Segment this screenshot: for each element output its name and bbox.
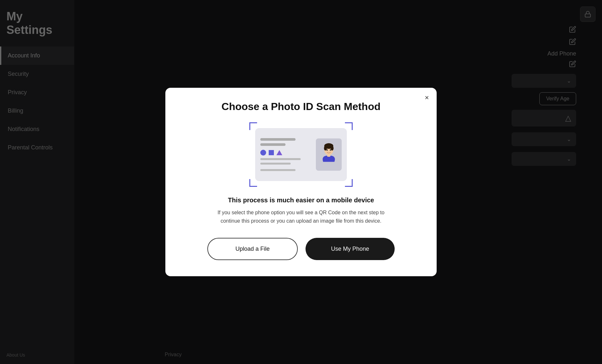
scan-corner-tr	[345, 122, 353, 130]
svg-point-6	[330, 149, 331, 150]
id-shapes	[260, 150, 311, 156]
shape-square	[269, 150, 274, 155]
id-line-4	[260, 163, 291, 165]
id-line-1	[260, 138, 296, 141]
modal-title: Choose a Photo ID Scan Method	[222, 101, 380, 113]
id-photo	[316, 138, 342, 171]
modal-subtitle: This process is much easier on a mobile …	[228, 197, 374, 204]
modal-buttons: Upload a File Use My Phone	[207, 238, 395, 260]
id-person-svg	[317, 142, 340, 171]
photo-id-modal: × Choose a Photo ID Scan Method	[165, 88, 437, 276]
id-card-body	[255, 128, 347, 181]
modal-overlay: × Choose a Photo ID Scan Method	[0, 0, 602, 364]
scan-corner-tl	[249, 122, 257, 130]
svg-rect-7	[327, 155, 330, 157]
upload-file-button[interactable]: Upload a File	[207, 238, 298, 260]
svg-point-5	[327, 149, 328, 150]
scan-corner-bl	[249, 179, 257, 187]
shape-circle	[260, 150, 266, 156]
use-my-phone-button[interactable]: Use My Phone	[306, 238, 395, 260]
shape-triangle	[276, 150, 282, 155]
id-card-illustration	[249, 122, 353, 187]
id-line-3	[260, 158, 301, 160]
scan-corner-br	[345, 179, 353, 187]
id-line-5	[260, 169, 296, 171]
id-card-info	[260, 138, 311, 171]
id-line-2	[260, 143, 285, 146]
modal-description: If you select the phone option you will …	[207, 208, 395, 225]
modal-close-button[interactable]: ×	[425, 94, 429, 101]
svg-point-3	[324, 146, 327, 150]
svg-point-4	[331, 146, 334, 150]
